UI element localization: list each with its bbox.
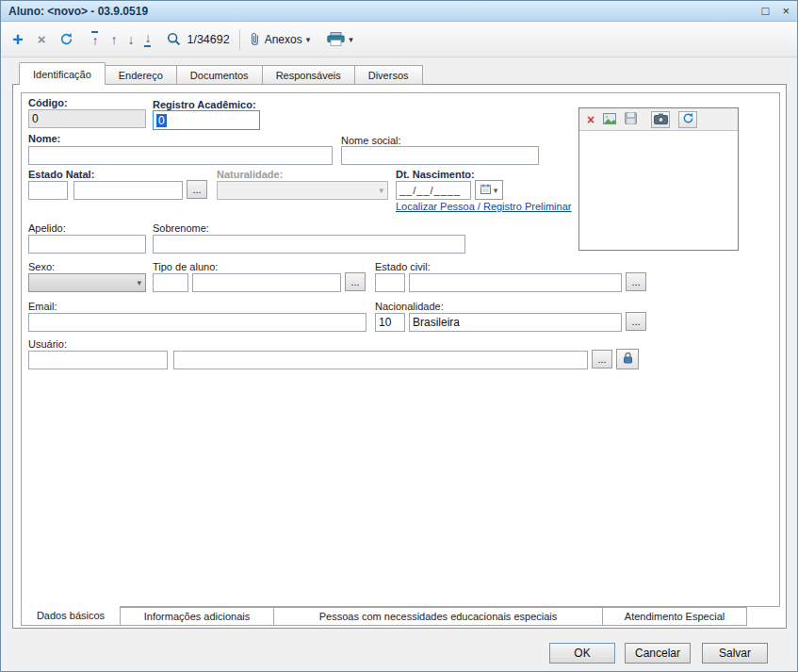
sexo-label: Sexo: <box>28 261 55 272</box>
tab-identificacao[interactable]: Identificação <box>19 62 106 85</box>
search-icon[interactable] <box>167 32 181 46</box>
registro-academico-label: Registro Acadêmico: <box>153 99 256 110</box>
toolbar: + × ↑ ↑ ↓ ↓ 1/34692 Anexos ▾ ▾ <box>1 22 797 57</box>
codigo-input[interactable] <box>28 109 146 128</box>
email-input[interactable] <box>28 313 366 332</box>
tipo-aluno-label: Tipo de aluno: <box>153 261 218 272</box>
estado-natal-label: Estado Natal: <box>28 169 94 180</box>
bottom-tab-informacoes-adicionais[interactable]: Informações adicionais <box>120 607 274 626</box>
usuario-input[interactable] <box>28 351 168 369</box>
naturalidade-select: ▾ <box>217 181 388 200</box>
refresh-icon <box>682 111 694 128</box>
usuario-label: Usuário: <box>28 338 67 350</box>
nacionalidade-input[interactable] <box>409 313 622 332</box>
bottom-tab-necessidades-especiais[interactable]: Pessoas com necessidades educacionais es… <box>273 607 603 626</box>
estado-civil-input[interactable] <box>409 273 622 292</box>
estado-civil-label: Estado civil: <box>375 261 431 272</box>
apelido-input[interactable] <box>28 235 146 254</box>
identificacao-panel: Código: Registro Acadêmico: 0 Nome: Nome… <box>12 84 787 629</box>
date-picker-button[interactable]: ▾ <box>475 180 503 200</box>
ok-button[interactable]: OK <box>549 643 615 664</box>
photo-delete-button[interactable]: × <box>587 113 594 126</box>
nacionalidade-label: Nacionalidade: <box>375 301 444 312</box>
sexo-select[interactable]: ▾ <box>28 273 146 292</box>
titlebar: Aluno: <novo> - 03.9.0519 □ × <box>1 1 797 22</box>
footer-bar: OK Cancelar Salvar <box>1 629 797 671</box>
tipo-aluno-code-input[interactable] <box>153 273 188 292</box>
picture-icon <box>603 111 616 127</box>
date-mask: __/__/____ <box>399 185 461 196</box>
chevron-down-icon: ▾ <box>379 186 383 195</box>
codigo-label: Código: <box>28 97 68 108</box>
dt-nascimento-label: Dt. Nascimento: <box>396 169 475 180</box>
sobrenome-input[interactable] <box>153 235 465 254</box>
first-record-button[interactable]: ↑ <box>91 31 98 47</box>
last-record-button[interactable]: ↓ <box>144 31 151 47</box>
sobrenome-label: Sobrenome: <box>153 222 209 234</box>
naturalidade-label: Naturalidade: <box>217 169 283 180</box>
apelido-label: Apelido: <box>28 222 66 234</box>
print-chevron-down-icon[interactable]: ▾ <box>349 35 353 44</box>
nome-input[interactable] <box>28 146 333 165</box>
photo-toolbar: × <box>579 108 738 131</box>
restore-button[interactable]: □ <box>762 5 770 17</box>
password-lock-button[interactable] <box>616 349 639 369</box>
tab-responsaveis[interactable]: Responsáveis <box>262 65 355 85</box>
chevron-down-icon: ▾ <box>137 278 141 287</box>
calendar-icon <box>480 183 491 197</box>
close-button[interactable]: × <box>782 5 790 17</box>
aluno-window: Aluno: <novo> - 03.9.0519 □ × s g + × ↑ … <box>0 0 798 672</box>
email-label: Email: <box>28 301 57 312</box>
camera-icon <box>654 111 668 128</box>
previous-record-button[interactable]: ↑ <box>110 33 117 46</box>
nome-social-label: Nome social: <box>341 135 401 146</box>
dt-nascimento-input[interactable]: __/__/____ <box>396 181 471 200</box>
registro-academico-input[interactable]: 0 <box>153 110 260 130</box>
tipo-aluno-input[interactable] <box>192 273 341 292</box>
window-title: Aluno: <novo> - 03.9.0519 <box>8 5 749 18</box>
main-tabstrip: Identificação Endereço Documentos Respon… <box>20 58 423 85</box>
refresh-icon[interactable] <box>59 32 73 46</box>
floppy-icon <box>625 111 637 127</box>
lock-icon <box>623 352 633 367</box>
tab-documentos[interactable]: Documentos <box>176 65 263 85</box>
anexos-chevron-down-icon[interactable]: ▾ <box>306 35 311 44</box>
photo-refresh-button[interactable] <box>678 111 697 128</box>
tipo-aluno-lookup-button[interactable]: ... <box>345 272 366 291</box>
cancel-button[interactable]: Cancelar <box>625 643 691 664</box>
estado-civil-code-input[interactable] <box>375 273 405 292</box>
bottom-tab-atendimento-especial[interactable]: Atendimento Especial <box>602 607 747 626</box>
bottom-tab-dados-basicos[interactable]: Dados básicos <box>21 606 121 626</box>
nacionalidade-code-input[interactable] <box>375 313 405 332</box>
photo-save-button[interactable] <box>625 111 637 128</box>
tab-diversos[interactable]: Diversos <box>354 65 423 85</box>
tab-endereco[interactable]: Endereço <box>105 65 177 85</box>
usuario-lookup-button[interactable]: ... <box>592 350 612 369</box>
estado-natal-lookup-button[interactable]: ... <box>187 180 207 199</box>
localizar-pessoa-link[interactable]: Localizar Pessoa / Registro Preliminar <box>396 201 571 212</box>
photo-load-button[interactable] <box>603 111 616 128</box>
anexos-button[interactable]: Anexos <box>265 33 302 46</box>
nome-social-input[interactable] <box>341 146 539 165</box>
capture-photo-button[interactable] <box>651 111 670 128</box>
printer-icon[interactable] <box>327 32 345 46</box>
nome-label: Nome: <box>28 133 60 144</box>
save-button[interactable]: Salvar <box>702 643 768 664</box>
estado-natal-input[interactable] <box>73 181 183 200</box>
usuario-desc-input[interactable] <box>173 351 588 369</box>
next-record-button[interactable]: ↓ <box>127 33 134 46</box>
estado-civil-lookup-button[interactable]: ... <box>626 272 646 291</box>
add-record-button[interactable]: + <box>12 30 24 49</box>
paperclip-icon <box>250 32 260 46</box>
photo-box: × <box>578 107 739 251</box>
nacionalidade-lookup-button[interactable]: ... <box>626 312 646 331</box>
estado-natal-uf-input[interactable] <box>28 181 68 200</box>
record-counter: 1/34692 <box>187 33 229 46</box>
delete-record-button[interactable]: × <box>38 32 46 46</box>
chevron-down-icon: ▾ <box>494 186 498 195</box>
registro-selected-value: 0 <box>156 114 167 127</box>
toolbar-separator <box>239 29 240 50</box>
